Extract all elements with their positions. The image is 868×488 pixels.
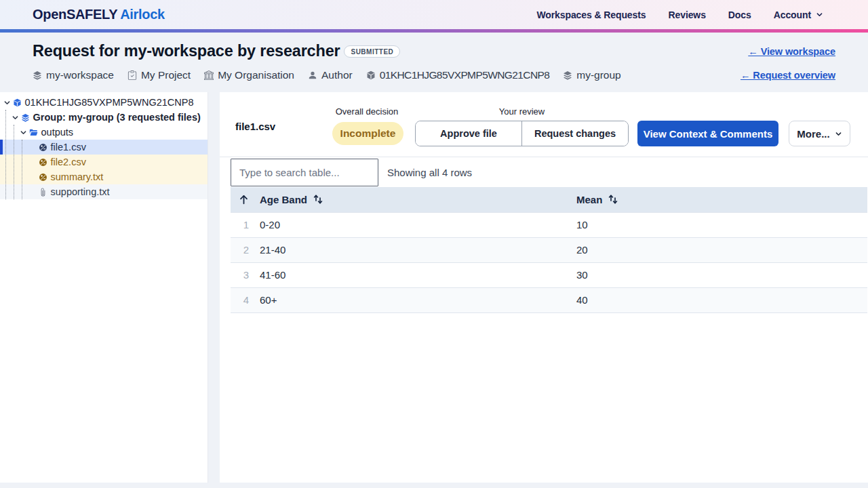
nav-link-reviews[interactable]: Reviews [669,9,706,20]
tree-item-outputs[interactable]: outputs [0,125,208,140]
file-diff-icon [39,143,47,152]
table-row: 460+40 [231,287,867,312]
tree-expander-chevron-icon[interactable] [20,129,27,136]
tree-expander-chevron-icon[interactable] [3,99,11,106]
meta-item: 01KHC1HJG85VXPMP5WNG21CNP8 [366,69,550,81]
tree-item-file1.csv[interactable]: file1.csv [0,140,208,155]
file-tree-sidebar: 01KHC1HJG85VXPMP5WNG21CNP8Group: my-grou… [0,92,208,483]
meta-item-label: My Organisation [218,69,294,81]
sort-ascending-icon [238,194,250,205]
column-header-age-band[interactable]: Age Band [254,187,570,213]
view-context-comments-button[interactable]: View Context & Comments [637,121,778,146]
nav-link-label: Reviews [669,9,706,20]
tree-item-label: supporting.txt [51,186,110,197]
nav-link-label: Workspaces & Requests [536,9,646,20]
mean-cell: 30 [570,262,867,287]
table-header-row: Age Band Mean [231,187,867,213]
tree-indent-guide [14,125,14,199]
file-diff-icon [39,158,47,167]
nav-link-account[interactable]: Account [774,9,823,20]
brand-secondary: Airlock [120,7,165,22]
tree-item-file2.csv[interactable]: file2.csv [0,155,208,169]
file-toolbar: file1.csv Overall decision Incomplete Yo… [220,92,868,157]
header-cell-content [231,194,250,205]
tree-item-label: Group: my-group (3 requested files) [33,112,201,123]
person-icon [308,70,317,80]
more-button[interactable]: More... [789,121,850,146]
top-navigation: OpenSAFELYAirlock Workspaces & RequestsR… [0,0,868,29]
table-row: 10-2010 [231,212,867,237]
column-header-label: Mean [576,194,602,205]
tree-item-group-my-group-3-requested-files[interactable]: Group: my-group (3 requested files) [0,110,208,125]
view-workspace-link[interactable]: ← View workspace [748,46,835,57]
request-overview-link[interactable]: ← Request overview [741,70,835,81]
tree-item-label: file2.csv [51,157,86,167]
table-row: 221-4020 [231,237,867,262]
bank-icon [204,70,214,80]
cube-icon [13,98,22,107]
request-changes-button[interactable]: Request changes [521,121,628,146]
meta-item: My Project [127,69,191,81]
tree-item-label: summary.txt [51,171,104,182]
file-detail-panel: file1.csv Overall decision Incomplete Yo… [220,92,868,483]
meta-item-label: my-group [576,69,620,81]
chevron-down-icon [835,130,842,138]
tree-item-label: file1.csv [51,142,86,152]
age-band-cell: 21-40 [254,237,570,262]
row-number-cell: 3 [231,262,254,287]
row-index-header[interactable] [231,187,254,213]
row-number-cell: 1 [231,212,254,237]
paperclip-icon [39,188,47,197]
row-number-cell: 4 [231,287,254,312]
sort-toggle-icon [608,194,618,205]
tree-indent-guide [22,140,22,199]
header-cell-content: Mean [576,194,867,205]
nav-link-workspaces-requests[interactable]: Workspaces & Requests [536,9,646,20]
mean-cell: 10 [570,212,867,237]
tree-item-label: 01KHC1HJG85VXPMP5WNG21CNP8 [25,97,194,108]
review-button-group: Approve file Request changes [415,121,629,146]
row-number-cell: 2 [231,237,254,262]
tree-indent-guide [5,110,6,199]
meta-item: My Organisation [204,69,294,81]
tree-item-summary.txt[interactable]: summary.txt [0,169,208,184]
column-header-mean[interactable]: Mean [570,187,867,213]
layers-icon [21,113,30,122]
decision-badge: Incomplete [332,122,403,145]
mean-cell: 40 [570,287,867,312]
data-table: Age Band Mean 10-2010221-4020341-6030460… [231,187,867,313]
meta-item-label: My Project [141,69,191,81]
title-row: Request for my-workspace by researcher S… [33,42,400,60]
page-title: Request for my-workspace by researcher [33,42,340,60]
age-band-cell: 41-60 [254,262,570,287]
tree-item-label: outputs [41,127,74,138]
tree-item-01khc1hjg85vxpmp5wng21cnp8[interactable]: 01KHC1HJG85VXPMP5WNG21CNP8 [0,95,208,110]
tree-item-supporting.txt[interactable]: supporting.txt [0,184,208,199]
header-cell-content: Age Band [260,194,570,205]
sort-toggle-icon [313,194,323,205]
meta-item: my-workspace [33,69,114,81]
clipboard-icon [127,70,137,80]
layers-icon [563,70,572,80]
cube-icon [366,70,376,80]
status-badge: SUBMITTED [344,45,400,58]
request-header: Request for my-workspace by researcher S… [0,33,868,93]
file-tree: 01KHC1HJG85VXPMP5WNG21CNP8Group: my-grou… [0,95,208,199]
age-band-cell: 0-20 [254,212,570,237]
meta-item-label: 01KHC1HJG85VXPMP5WNG21CNP8 [380,69,550,81]
file-title: file1.csv [235,120,275,131]
tree-expander-chevron-icon[interactable] [12,114,19,121]
nav-links: Workspaces & RequestsReviewsDocsAccount [536,0,823,29]
search-input[interactable] [231,159,378,186]
your-review-label: Your review [415,106,629,117]
nav-link-label: Docs [728,9,751,20]
request-meta: my-workspaceMy ProjectMy OrganisationAut… [33,69,621,81]
approve-file-button[interactable]: Approve file [416,121,521,146]
meta-item-label: my-workspace [46,69,114,81]
brand-logo[interactable]: OpenSAFELYAirlock [33,7,165,22]
table-row: 341-6030 [231,262,867,287]
meta-item-label: Author [321,69,353,81]
layers-icon [33,70,42,80]
nav-link-docs[interactable]: Docs [728,9,751,20]
brand-primary: OpenSAFELY [33,7,117,22]
